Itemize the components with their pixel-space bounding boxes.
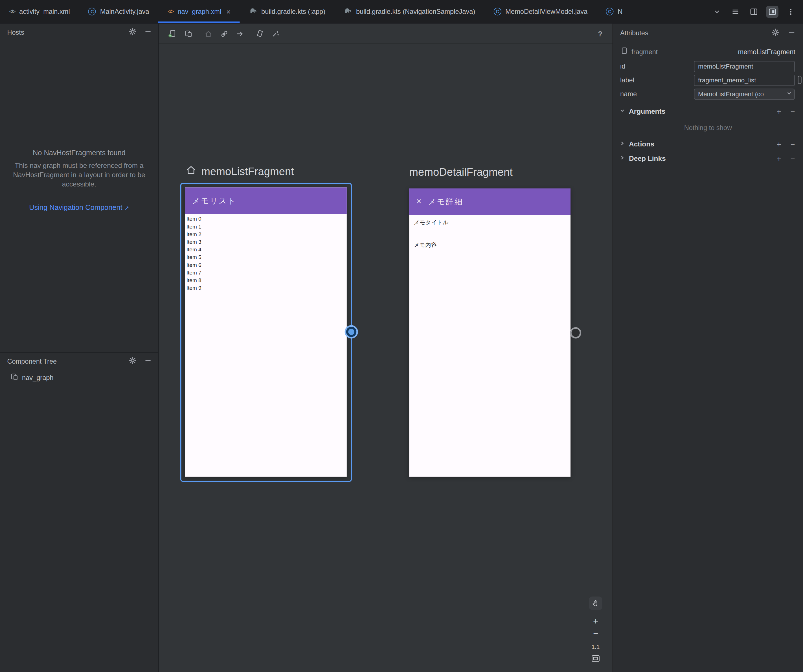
editor-tabs: </> activity_main.xml C MainActivity.jav… (0, 0, 705, 23)
pan-hand-icon[interactable] (589, 597, 602, 610)
chevron-right-icon (619, 140, 625, 149)
actions-section-header[interactable]: Actions + − (613, 137, 803, 151)
memo-title-label: メモタイトル (414, 219, 571, 226)
deep-links-title: Deep Links (629, 154, 666, 162)
add-action-arrow-icon[interactable] (233, 27, 246, 40)
new-destination-icon[interactable] (165, 27, 179, 40)
xml-file-icon: </> (167, 9, 174, 15)
split-mode-icon[interactable] (748, 5, 760, 18)
action-handle-memolist[interactable] (345, 325, 358, 339)
fragment-title-label: memoDetailFragment (409, 166, 512, 178)
code-mode-icon[interactable] (729, 5, 742, 18)
tab-build-gradle-app[interactable]: build.gradle.kts (:app) (240, 0, 335, 23)
zoom-in-button[interactable]: + (589, 616, 602, 627)
tab-nav-graph-xml[interactable]: </> nav_graph.xml × (158, 0, 239, 23)
editor-tab-bar: </> activity_main.xml C MainActivity.jav… (0, 0, 803, 23)
id-input[interactable] (694, 61, 795, 72)
kebab-menu-icon[interactable] (785, 5, 797, 18)
assign-start-destination-home-icon[interactable] (202, 27, 215, 40)
tab-label: N (618, 8, 623, 15)
left-panel: Hosts No NavHostFragments found This nav… (0, 23, 159, 672)
tab-label: build.gradle.kts (NavigationSampleJava) (356, 8, 475, 15)
remove-argument-button[interactable]: − (788, 106, 798, 116)
change-orientation-icon[interactable] (253, 27, 267, 40)
tab-memodetailviewmodel-java[interactable]: C MemoDetailViewModel.java (484, 0, 597, 23)
list-item: Item 1 (187, 223, 347, 230)
using-navigation-component-link[interactable]: Using Navigation Component ↗ (12, 203, 146, 212)
fragment-title-memodetail[interactable]: memoDetailFragment (409, 166, 512, 178)
appbar-title: メモリスト (192, 196, 236, 205)
attribute-sections: Arguments + − Nothing to show Actions + … (613, 104, 803, 165)
tree-item-label: nav_graph (22, 373, 54, 381)
minimize-icon[interactable] (144, 28, 152, 37)
list-item: Item 8 (187, 276, 347, 284)
field-row-label: label (613, 73, 803, 87)
auto-arrange-wand-icon[interactable] (269, 27, 282, 40)
remove-deep-link-button[interactable]: − (788, 153, 798, 163)
arguments-title: Arguments (629, 107, 665, 115)
action-handle-memodetail[interactable] (570, 327, 581, 339)
tab-build-gradle-project[interactable]: build.gradle.kts (NavigationSampleJava) (335, 0, 484, 23)
design-surface[interactable]: memoListFragment メモリスト Item 0 Item 1 Ite… (159, 44, 613, 672)
nav-editor-canvas: ? memoListFragment メモリスト Item 0 Item 1 I… (159, 23, 613, 672)
hosts-title: Hosts (7, 29, 24, 36)
zoom-to-fit-icon[interactable] (591, 654, 600, 665)
add-argument-button[interactable]: + (774, 106, 784, 116)
help-button[interactable]: ? (595, 23, 605, 44)
nested-graph-icon[interactable] (182, 27, 195, 40)
tree-item-nav-graph[interactable]: nav_graph (0, 371, 158, 384)
tab-clipped[interactable]: C N (597, 0, 623, 23)
remove-action-button[interactable]: − (788, 139, 798, 149)
gradle-icon (249, 7, 257, 16)
arguments-section-header[interactable]: Arguments + − (613, 104, 803, 118)
zoom-out-button[interactable]: − (589, 628, 602, 640)
fragment-preview-memodetail[interactable]: × メモ詳細 メモタイトル メモ内容 (409, 188, 571, 477)
list-item: Item 6 (187, 261, 347, 269)
list-item: Item 7 (187, 269, 347, 276)
attributes-header: Attributes (613, 23, 803, 42)
hosts-empty-title: No NavHostFragments found (12, 148, 146, 157)
close-icon[interactable]: × (226, 7, 231, 16)
list-item: Item 4 (187, 246, 347, 253)
list-item: Item 5 (187, 253, 347, 261)
component-tree-header: Component Tree (0, 352, 158, 370)
attributes-panel: Attributes fragment memoListFragment id … (613, 23, 803, 672)
minimize-icon[interactable] (144, 356, 152, 366)
hidden-tabs-chevron-down-icon[interactable] (711, 5, 723, 18)
gear-icon[interactable] (771, 28, 780, 37)
deep-link-icon[interactable] (218, 27, 231, 40)
gradle-icon (344, 7, 352, 16)
tab-label: nav_graph.xml (177, 8, 221, 15)
fragment-preview-memolist[interactable]: メモリスト Item 0 Item 1 Item 2 Item 3 Item 4… (185, 187, 347, 477)
component-tree-title: Component Tree (7, 357, 57, 365)
gear-icon[interactable] (128, 356, 137, 366)
deep-links-section-header[interactable]: Deep Links + − (613, 151, 803, 165)
appbar-title: メモ詳細 (428, 197, 463, 206)
label-label: label (620, 76, 634, 84)
list-item: Item 9 (187, 284, 347, 292)
name-dropdown[interactable]: MemoListFragment (co (694, 88, 795, 100)
canvas-controls: + − 1:1 (589, 597, 602, 665)
preview-appbar: メモリスト (185, 187, 347, 214)
gear-icon[interactable] (128, 28, 137, 37)
label-input[interactable] (694, 75, 795, 86)
list-item: Item 0 (187, 215, 347, 222)
add-action-button[interactable]: + (774, 139, 784, 149)
tab-label: activity_main.xml (19, 8, 70, 15)
component-id-value: memoListFragment (738, 48, 795, 55)
tab-label: MemoDetailViewModel.java (506, 8, 587, 15)
id-label: id (620, 62, 625, 70)
design-mode-icon[interactable] (766, 5, 779, 18)
fragment-title-memolist[interactable]: memoListFragment (185, 165, 294, 177)
chevron-right-icon (619, 154, 625, 163)
resource-picker-icon[interactable] (798, 76, 801, 84)
zoom-ratio-label[interactable]: 1:1 (592, 644, 600, 650)
external-link-icon: ↗ (124, 205, 129, 212)
chevron-down-icon (786, 90, 792, 97)
tab-activity-main-xml[interactable]: </> activity_main.xml (0, 0, 79, 23)
tab-mainactivity-java[interactable]: C MainActivity.java (79, 0, 158, 23)
name-dropdown-value: MemoListFragment (co (698, 90, 784, 97)
minimize-icon[interactable] (788, 28, 796, 37)
add-deep-link-button[interactable]: + (774, 153, 784, 163)
attribute-fields: id label name MemoListFragment (co (613, 60, 803, 101)
